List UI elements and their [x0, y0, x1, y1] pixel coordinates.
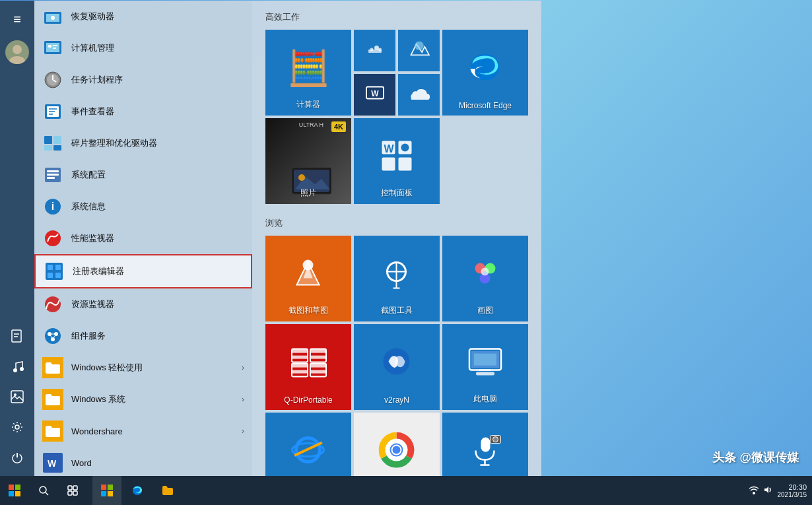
svg-rect-84 — [310, 356, 326, 359]
app-item-suipian[interactable]: 碎片整理和优化驱动器 — [34, 127, 252, 159]
small-tiles-group: W — [354, 30, 440, 116]
tile-qdir[interactable]: Q-DirPortable — [265, 324, 351, 410]
suipian-icon — [42, 133, 63, 154]
photos-icon-button[interactable] — [4, 384, 30, 410]
svg-rect-56 — [368, 50, 382, 53]
svg-rect-66 — [382, 158, 395, 171]
xitongxx-icon: i — [42, 196, 63, 217]
renwu-icon — [42, 69, 63, 90]
tile-chrome[interactable]: chrome — [354, 413, 440, 476]
svg-rect-97 — [474, 354, 496, 366]
wondershare-expand-arrow[interactable]: › — [242, 426, 244, 436]
svg-text:W: W — [48, 458, 57, 469]
svg-point-104 — [393, 446, 401, 454]
app-item-shijian[interactable]: 事件查看器 — [34, 96, 252, 127]
tile-thispc[interactable]: 此电脑 — [442, 324, 528, 410]
app-list: 恢复驱动器 计算机管理 任务计划程序 事件查看器 — [34, 1, 252, 476]
svg-point-125 — [753, 492, 755, 494]
clock-display[interactable]: 20:30 2021/3/15 — [778, 483, 807, 498]
tile-edge[interactable]: Microsoft Edge — [442, 30, 528, 116]
qingsong-folder-icon — [42, 357, 63, 378]
taskbar-pinned — [92, 476, 182, 505]
sidebar-icons: ≡ — [0, 1, 34, 476]
taskview-button[interactable] — [58, 476, 87, 505]
app-item-huifu[interactable]: 恢复驱动器 — [34, 1, 252, 32]
svg-rect-35 — [47, 177, 55, 179]
tile-recorder[interactable]: 录音机 — [442, 413, 528, 476]
ziyuan-icon — [42, 294, 63, 315]
app-folder-xitong[interactable]: Windows 系统 › — [34, 384, 252, 415]
tile-controlpanel[interactable]: W 控制面板 — [354, 118, 440, 204]
svg-rect-110 — [9, 485, 14, 490]
svg-rect-120 — [101, 485, 106, 490]
hamburger-menu-button[interactable]: ≡ — [4, 6, 30, 32]
app-item-word[interactable]: W Word — [34, 447, 252, 476]
svg-rect-34 — [47, 174, 59, 176]
xitongpz-icon — [42, 164, 63, 185]
volume-icon[interactable] — [763, 485, 772, 496]
zujian-icon — [42, 325, 63, 347]
app-folder-wondershare[interactable]: Wondershare › — [34, 415, 252, 447]
app-folder-qingsong[interactable]: Windows 轻松使用 › — [34, 352, 252, 384]
tile-jietu-caotu[interactable]: 截图和草图 — [265, 236, 351, 321]
tile-v2rayn[interactable]: v2rayN — [354, 324, 440, 410]
user-avatar[interactable] — [5, 40, 29, 64]
svg-rect-42 — [48, 273, 53, 278]
svg-rect-105 — [481, 438, 491, 452]
app-item-zujian[interactable]: 组件服务 — [34, 320, 252, 352]
tile-small-1[interactable] — [354, 30, 395, 71]
svg-rect-28 — [44, 136, 52, 144]
svg-text:W: W — [384, 143, 395, 154]
network-icon[interactable] — [749, 485, 759, 496]
app-name-shijian: 事件查看器 — [71, 106, 114, 118]
svg-rect-81 — [292, 356, 308, 359]
app-item-jisuanji[interactable]: 计算机管理 — [34, 32, 252, 64]
tile-label-jietucao: 截图和草图 — [288, 305, 328, 316]
system-tray — [749, 485, 772, 496]
svg-point-1 — [13, 45, 22, 54]
app-item-xitongpz[interactable]: 系统配置 — [34, 159, 252, 191]
svg-point-45 — [45, 328, 61, 344]
app-item-xitongxx[interactable]: i 系统信息 — [34, 191, 252, 222]
app-item-renwu[interactable]: 任务计划程序 — [34, 64, 252, 96]
app-name-wondershare: Wondershare — [71, 426, 123, 436]
search-button[interactable] — [29, 476, 58, 505]
taskbar-edge[interactable] — [123, 476, 152, 505]
svg-point-63 — [298, 174, 305, 181]
app-name-word: Word — [71, 458, 92, 468]
power-icon-button[interactable] — [4, 444, 30, 471]
shijian-icon — [42, 101, 63, 122]
svg-rect-17 — [53, 45, 57, 46]
section-liulan: 浏览 截图和草图 — [265, 217, 528, 476]
qingsong-expand-arrow[interactable]: › — [242, 363, 244, 372]
tile-calculator[interactable]: 🧮 计算器 — [265, 30, 351, 116]
svg-point-38 — [45, 230, 61, 246]
tile-label-calculator: 计算器 — [296, 99, 320, 110]
tile-jietu-gj[interactable]: 截图工具 — [354, 236, 440, 321]
app-item-xingneng[interactable]: 性能监视器 — [34, 222, 252, 254]
tile-label-jietugj: 截图工具 — [381, 305, 413, 316]
taskbar-explorer[interactable] — [153, 476, 182, 505]
tile-small-4[interactable] — [398, 74, 440, 116]
settings-icon-button[interactable] — [4, 414, 30, 440]
svg-rect-15 — [46, 43, 59, 52]
date: 2021/3/15 — [778, 491, 807, 498]
taskbar-app-1[interactable] — [92, 476, 121, 505]
word-icon: W — [42, 452, 63, 473]
watermark: 头条 @微课传媒 — [712, 450, 799, 465]
app-item-ziyuan[interactable]: 资源监视器 — [34, 288, 252, 320]
document-icon-button[interactable] — [4, 323, 30, 349]
svg-rect-40 — [48, 265, 53, 270]
music-icon-button[interactable] — [4, 353, 30, 380]
tile-ie[interactable]: Internet Explorer — [265, 413, 351, 476]
svg-rect-16 — [48, 45, 51, 48]
xitong-expand-arrow[interactable]: › — [242, 395, 244, 404]
start-button[interactable] — [0, 476, 29, 505]
svg-point-69 — [401, 144, 409, 152]
app-name-xitongpz: 系统配置 — [71, 169, 106, 181]
tile-photos[interactable]: 4K ULTRA H 照片 — [265, 118, 351, 204]
tile-paint[interactable]: 画图 — [442, 236, 528, 321]
app-item-zhuce[interactable]: 注册表编辑器 — [34, 254, 252, 288]
tile-small-3[interactable]: W — [354, 74, 395, 116]
tile-small-2[interactable] — [398, 30, 440, 71]
